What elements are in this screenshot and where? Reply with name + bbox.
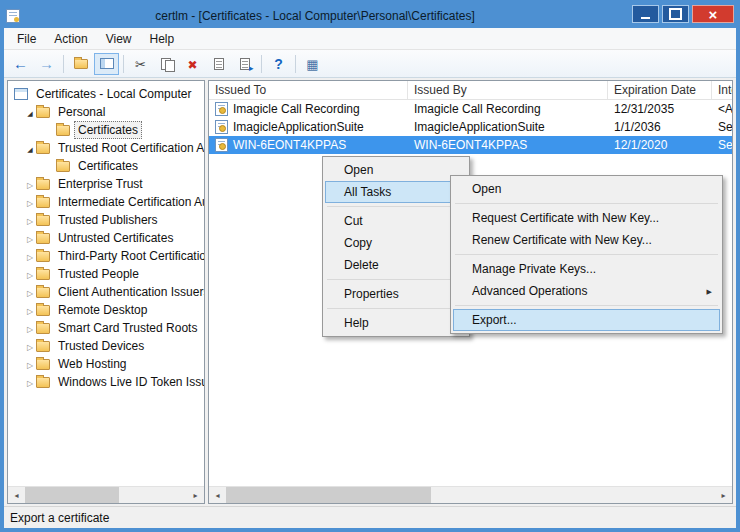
expand-icon[interactable] <box>24 303 36 317</box>
submenu-item-request-certificate-new-key[interactable]: Request Certificate with New Key... <box>453 207 720 229</box>
expand-icon[interactable] <box>24 321 36 335</box>
expand-icon[interactable] <box>24 213 36 227</box>
tree-item-label: Certificates - Local Computer <box>32 85 195 103</box>
folder-icon <box>56 125 70 136</box>
context-menu-item-help[interactable]: Help <box>325 312 467 334</box>
menu-view[interactable]: View <box>97 30 141 48</box>
status-text: Export a certificate <box>10 511 109 525</box>
folder-icon <box>36 215 50 226</box>
help-button[interactable] <box>266 53 291 75</box>
tree-item-third-party-root[interactable]: Third-Party Root Certification <box>8 247 204 265</box>
tree-item-windows-live-id[interactable]: Windows Live ID Token Issue <box>8 373 204 391</box>
submenu-item-manage-private-keys[interactable]: Manage Private Keys... <box>453 258 720 280</box>
tree-item-root[interactable]: Certificates - Local Computer <box>8 85 204 103</box>
forward-button[interactable] <box>34 53 59 75</box>
minimize-button[interactable] <box>632 5 659 23</box>
expand-icon[interactable] <box>24 105 36 119</box>
context-menu-item-properties[interactable]: Properties <box>325 283 467 305</box>
delete-button[interactable] <box>180 53 205 75</box>
tree-item-trusted-people[interactable]: Trusted People <box>8 265 204 283</box>
expand-icon[interactable] <box>24 357 36 371</box>
properties-button[interactable] <box>206 53 231 75</box>
context-menu-item-copy[interactable]: Copy <box>325 232 467 254</box>
context-menu-item-delete[interactable]: Delete <box>325 254 467 276</box>
tree-item-label: Trusted Devices <box>54 337 148 355</box>
scroll-left-button[interactable] <box>8 487 25 503</box>
tree-item-trusted-root-certificates[interactable]: Certificates <box>8 157 204 175</box>
cut-button[interactable] <box>128 53 153 75</box>
tree-item-enterprise-trust[interactable]: Enterprise Trust <box>8 175 204 193</box>
expand-icon[interactable] <box>24 231 36 245</box>
maximize-button[interactable] <box>662 5 689 23</box>
expand-icon[interactable] <box>24 267 36 281</box>
toolbar-separator <box>261 55 262 73</box>
copy-button[interactable] <box>154 53 179 75</box>
back-button[interactable] <box>8 53 33 75</box>
menu-file[interactable]: File <box>8 30 45 48</box>
tree-item-label: Remote Desktop <box>54 301 151 319</box>
folder-icon <box>36 179 50 190</box>
expand-icon[interactable] <box>24 249 36 263</box>
tree-item-client-auth-issuers[interactable]: Client Authentication Issuers <box>8 283 204 301</box>
tree-item-trusted-publishers[interactable]: Trusted Publishers <box>8 211 204 229</box>
menu-help[interactable]: Help <box>141 30 184 48</box>
context-menu-item-cut[interactable]: Cut <box>325 210 467 232</box>
view-options-button[interactable] <box>300 53 325 75</box>
menu-separator <box>455 254 718 255</box>
certificate-row[interactable]: ImagicleApplicationSuite ImagicleApplica… <box>209 118 732 136</box>
show-console-tree-button[interactable] <box>94 53 119 75</box>
column-header-intended-purposes[interactable]: Inte <box>712 81 732 99</box>
certificate-icon <box>215 138 228 152</box>
export-list-button[interactable] <box>232 53 257 75</box>
folder-icon <box>36 341 50 352</box>
folder-icon <box>36 143 50 154</box>
list-horizontal-scrollbar[interactable] <box>209 486 732 503</box>
scroll-track[interactable] <box>25 487 187 503</box>
column-header-issued-by[interactable]: Issued By <box>408 81 608 99</box>
expiration-value: 12/1/2020 <box>614 138 667 152</box>
folder-icon <box>36 305 50 316</box>
scroll-thumb[interactable] <box>226 487 431 503</box>
console-tree-pane: Certificates - Local Computer Personal C… <box>7 80 205 504</box>
scroll-right-button[interactable] <box>715 487 732 503</box>
scroll-left-button[interactable] <box>209 487 226 503</box>
tree-item-label: Client Authentication Issuers <box>54 283 204 301</box>
folder-icon <box>36 107 50 118</box>
expand-icon[interactable] <box>24 375 36 389</box>
column-header-expiration-date[interactable]: Expiration Date <box>608 81 712 99</box>
folder-icon <box>56 161 70 172</box>
scroll-thumb[interactable] <box>25 487 119 503</box>
tree-item-personal[interactable]: Personal <box>8 103 204 121</box>
submenu-item-open[interactable]: Open <box>453 178 720 200</box>
tree-item-smart-card-roots[interactable]: Smart Card Trusted Roots <box>8 319 204 337</box>
expand-icon[interactable] <box>24 339 36 353</box>
tree-horizontal-scrollbar[interactable] <box>8 486 204 503</box>
tree-item-web-hosting[interactable]: Web Hosting <box>8 355 204 373</box>
tree-item-label: Untrusted Certificates <box>54 229 177 247</box>
scroll-track[interactable] <box>226 487 715 503</box>
back-icon <box>13 56 28 72</box>
certificate-row-selected[interactable]: WIN-6EONT4KPPAS WIN-6EONT4KPPAS 12/1/202… <box>209 136 732 154</box>
submenu-item-renew-certificate-new-key[interactable]: Renew Certificate with New Key... <box>453 229 720 251</box>
expand-icon[interactable] <box>24 195 36 209</box>
menu-action[interactable]: Action <box>45 30 96 48</box>
tree-item-personal-certificates[interactable]: Certificates <box>8 121 204 139</box>
context-menu-item-open[interactable]: Open <box>325 159 467 181</box>
expand-icon[interactable] <box>24 177 36 191</box>
expand-icon[interactable] <box>24 285 36 299</box>
column-header-issued-to[interactable]: Issued To <box>209 81 408 99</box>
submenu-item-export[interactable]: Export... <box>453 309 720 331</box>
close-button[interactable] <box>692 5 734 23</box>
tree-item-remote-desktop[interactable]: Remote Desktop <box>8 301 204 319</box>
expand-icon[interactable] <box>24 141 36 155</box>
tree-item-trusted-devices[interactable]: Trusted Devices <box>8 337 204 355</box>
tree-item-trusted-root[interactable]: Trusted Root Certification Au <box>8 139 204 157</box>
context-menu-item-all-tasks[interactable]: All Tasks <box>325 181 467 203</box>
up-one-level-button[interactable] <box>68 53 93 75</box>
scroll-right-button[interactable] <box>187 487 204 503</box>
certificate-row[interactable]: Imagicle Call Recording Imagicle Call Re… <box>209 100 732 118</box>
tree-item-intermediate-ca[interactable]: Intermediate Certification Au <box>8 193 204 211</box>
toolbar-separator <box>295 55 296 73</box>
submenu-item-advanced-operations[interactable]: Advanced Operations <box>453 280 720 302</box>
tree-item-untrusted-certificates[interactable]: Untrusted Certificates <box>8 229 204 247</box>
